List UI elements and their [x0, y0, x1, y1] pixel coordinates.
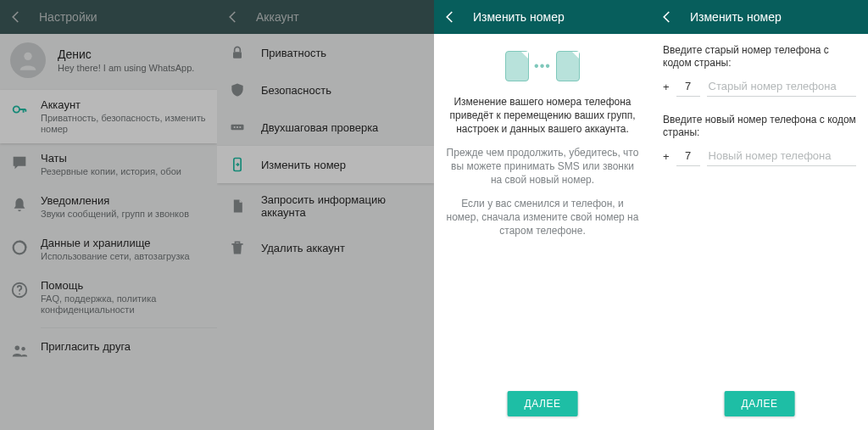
- item-title: Чаты: [41, 152, 207, 165]
- avatar: [10, 42, 46, 78]
- profile-status: Hey there! I am using WhatsApp.: [58, 63, 194, 73]
- account-header: Аккаунт: [217, 0, 434, 34]
- item-title: Помощь: [41, 279, 207, 292]
- lock-icon: [229, 44, 246, 61]
- key-icon: [10, 100, 29, 119]
- svg-point-1: [14, 106, 19, 112]
- change-number-header: Изменить номер: [651, 0, 868, 34]
- back-arrow-icon[interactable]: [442, 9, 458, 25]
- sim-card-icon: [556, 51, 580, 81]
- old-number-label: Введите старый номер телефона с кодом ст…: [663, 44, 856, 70]
- item-label: Безопасность: [261, 84, 331, 97]
- divider: [41, 327, 217, 328]
- item-title: Аккаунт: [41, 98, 207, 111]
- person-icon: [16, 48, 40, 72]
- change-number-title: Изменить номер: [473, 10, 565, 24]
- plus-sign: +: [663, 150, 670, 166]
- back-arrow-icon[interactable]: [225, 9, 241, 25]
- old-country-code-input[interactable]: [676, 76, 700, 97]
- profile-name: Денис: [58, 47, 194, 61]
- svg-point-6: [21, 347, 25, 350]
- account-item-change-number[interactable]: Изменить номер: [217, 146, 434, 183]
- settings-title: Настройки: [39, 10, 97, 24]
- shield-icon: [229, 81, 246, 98]
- svg-point-9: [234, 126, 236, 128]
- settings-item-invite[interactable]: Пригласить друга: [0, 332, 217, 369]
- svg-point-5: [15, 346, 20, 351]
- help-icon: [10, 281, 29, 299]
- next-button[interactable]: ДАЛЕЕ: [508, 391, 578, 416]
- change-number-title: Изменить номер: [690, 10, 782, 24]
- item-sub: Использование сети, автозагрузка: [41, 251, 207, 262]
- item-title: Данные и хранилище: [41, 237, 207, 249]
- phone-swap-icon: [229, 156, 246, 173]
- trash-icon: [229, 239, 246, 256]
- account-title: Аккаунт: [256, 10, 299, 24]
- chat-icon: [10, 154, 29, 172]
- item-sub: Приватность, безопасность, изменить номе…: [41, 113, 207, 135]
- item-label: Удалить аккаунт: [261, 242, 345, 254]
- people-icon: [10, 342, 29, 360]
- item-title: Пригласить друга: [41, 340, 207, 353]
- account-item-delete[interactable]: Удалить аккаунт: [217, 229, 434, 266]
- svg-point-4: [19, 293, 20, 295]
- account-item-privacy[interactable]: Приватность: [217, 34, 434, 71]
- new-country-code-input[interactable]: [676, 146, 700, 166]
- settings-item-chats[interactable]: Чаты Резервные копии, история, обои: [0, 143, 217, 186]
- settings-item-help[interactable]: Помощь FAQ, поддержка, политика конфиден…: [0, 271, 217, 324]
- change-number-form-screen: Изменить номер Введите старый номер теле…: [651, 0, 868, 430]
- svg-point-11: [239, 126, 241, 128]
- svg-point-0: [24, 53, 31, 60]
- item-sub: FAQ, поддержка, политика конфиденциально…: [41, 293, 207, 316]
- account-screen: Аккаунт Приватность Безопасность Двухшаг…: [217, 0, 434, 430]
- info-paragraph-2: Прежде чем продолжить, убедитесь, что вы…: [434, 146, 651, 197]
- settings-item-notifications[interactable]: Уведомления Звуки сообщений, групп и зво…: [0, 186, 217, 228]
- back-arrow-icon[interactable]: [8, 9, 24, 25]
- svg-point-10: [236, 126, 238, 128]
- dots-icon: •••: [534, 59, 551, 74]
- change-number-header: Изменить номер: [434, 0, 651, 34]
- settings-item-account[interactable]: Аккаунт Приватность, безопасность, измен…: [0, 90, 217, 143]
- item-sub: Резервные копии, история, обои: [41, 166, 207, 177]
- new-number-label: Введите новый номер телефона с кодом стр…: [663, 114, 856, 139]
- plus-sign: +: [663, 81, 670, 97]
- item-label: Двухшаговая проверка: [261, 121, 378, 134]
- info-paragraph-3: Если у вас сменился и телефон, и номер, …: [434, 197, 651, 248]
- item-sub: Звуки сообщений, групп и звонков: [41, 209, 207, 220]
- account-item-security[interactable]: Безопасность: [217, 71, 434, 109]
- info-paragraph-1: Изменение вашего номера телефона приведё…: [434, 95, 651, 146]
- sim-card-icon: [505, 51, 529, 81]
- old-phone-input[interactable]: [707, 76, 856, 97]
- svg-rect-7: [233, 52, 242, 58]
- change-number-info-screen: Изменить номер ••• Изменение вашего номе…: [434, 0, 651, 430]
- item-label: Приватность: [261, 47, 326, 59]
- next-button[interactable]: ДАЛЕЕ: [725, 391, 795, 416]
- settings-screen: Настройки Денис Hey there! I am using Wh…: [0, 0, 217, 430]
- item-title: Уведомления: [41, 194, 207, 207]
- new-phone-input[interactable]: [707, 146, 856, 166]
- account-item-twostep[interactable]: Двухшаговая проверка: [217, 109, 434, 146]
- account-item-request-info[interactable]: Запросить информацию аккаунта: [217, 183, 434, 229]
- back-arrow-icon[interactable]: [659, 9, 675, 25]
- settings-header: Настройки: [0, 0, 217, 34]
- item-label: Изменить номер: [261, 159, 346, 171]
- profile-row[interactable]: Денис Hey there! I am using WhatsApp.: [0, 34, 217, 90]
- data-usage-icon: [10, 238, 29, 257]
- item-label: Запросить информацию аккаунта: [261, 193, 422, 219]
- settings-item-data[interactable]: Данные и хранилище Использование сети, а…: [0, 228, 217, 271]
- document-icon: [229, 198, 246, 215]
- sim-swap-illustration: •••: [434, 34, 651, 95]
- bell-icon: [10, 196, 29, 215]
- twostep-icon: [229, 119, 246, 136]
